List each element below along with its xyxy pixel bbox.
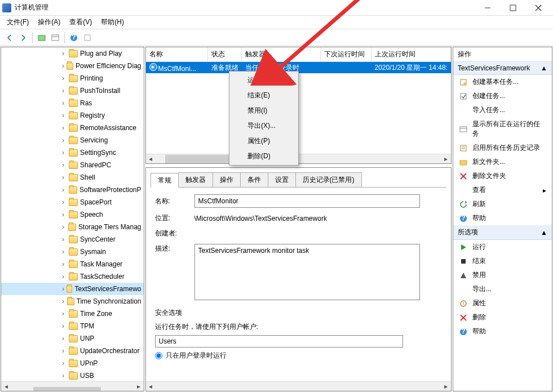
chevron-right-icon: ›: [62, 173, 69, 181]
chevron-right-icon: ›: [62, 297, 67, 305]
tree-item[interactable]: ›Speech: [1, 208, 144, 221]
help-button[interactable]: ?: [68, 32, 80, 44]
tree-item[interactable]: ›Shell: [1, 171, 144, 184]
tree-item[interactable]: ›Ras: [1, 97, 144, 109]
action-item[interactable]: 禁用: [453, 268, 552, 282]
tree-item[interactable]: ›Time Synchronization: [1, 295, 144, 308]
tree-item[interactable]: ›UPnP: [1, 357, 144, 369]
menu-file[interactable]: 文件(F): [3, 16, 32, 28]
action-item[interactable]: 新文件夹...: [453, 155, 552, 169]
tree-item[interactable]: ›Storage Tiers Manag: [1, 221, 144, 233]
col-next-run[interactable]: 下次运行时间: [321, 47, 371, 61]
maximize-button[interactable]: [500, 0, 525, 16]
tree-item[interactable]: ›SpacePort: [1, 196, 144, 208]
tree-item[interactable]: ›UNP: [1, 332, 144, 345]
back-button[interactable]: [3, 32, 16, 44]
tree-item[interactable]: ›UpdateOrchestrator: [1, 345, 144, 357]
col-trigger[interactable]: 触发器: [242, 47, 321, 61]
desc-field[interactable]: TextServicesFramework monitor task: [194, 244, 420, 300]
action-item[interactable]: 启用所有任务历史记录: [453, 141, 552, 155]
tree-item[interactable]: ›Power Efficiency Diag: [1, 60, 144, 72]
tab[interactable]: 触发器: [178, 172, 213, 187]
folder-icon: [69, 199, 78, 206]
tree-list[interactable]: ›Plug and Play›Power Efficiency Diag›Pri…: [1, 47, 144, 381]
tool-icon-3[interactable]: [81, 32, 94, 44]
col-name[interactable]: 名称: [146, 47, 208, 61]
chevron-right-icon: ▸: [543, 186, 546, 194]
action-item[interactable]: 创建任务...: [453, 89, 552, 103]
detail-hscroll[interactable]: ◂ ▸: [146, 381, 451, 391]
action-item[interactable]: 删除: [453, 310, 552, 324]
tree-item[interactable]: ›SoftwareProtectionP: [1, 184, 144, 196]
context-menu-item[interactable]: 导出(X)...: [231, 118, 297, 133]
action-item[interactable]: 刷新: [453, 197, 552, 211]
tree-hscroll[interactable]: ◂ ▸: [1, 381, 144, 391]
tree-item[interactable]: ›PushToInstall: [1, 84, 144, 97]
svg-rect-5: [52, 35, 59, 41]
action-item[interactable]: ?帮助: [453, 211, 552, 225]
menu-help[interactable]: 帮助(H): [98, 16, 127, 28]
tree-item[interactable]: ›Task Manager: [1, 258, 144, 270]
tab[interactable]: 条件: [240, 172, 268, 187]
col-last-run[interactable]: 上次运行时间: [371, 47, 451, 61]
tab[interactable]: 历史记录(已禁用): [295, 172, 362, 187]
actions-section2-title[interactable]: 所选项 ▲: [453, 225, 552, 240]
actions-section1-title[interactable]: TextServicesFramework ▲: [453, 62, 552, 75]
tab[interactable]: 操作: [213, 172, 241, 187]
chevron-right-icon: ›: [62, 223, 68, 231]
tree-panel: ›Plug and Play›Power Efficiency Diag›Pri…: [1, 47, 144, 391]
close-button[interactable]: [525, 0, 551, 16]
name-field[interactable]: MsCtfMonitor: [194, 194, 420, 208]
tree-item-label: Speech: [80, 211, 103, 219]
action-item[interactable]: 结束: [453, 254, 552, 268]
action-item[interactable]: ?帮助: [453, 324, 552, 338]
action-item[interactable]: 导入任务...: [453, 103, 552, 117]
action-item[interactable]: 查看▸: [453, 183, 552, 197]
tree-item[interactable]: ›Time Zone: [1, 308, 144, 320]
tree-item[interactable]: ›USB: [1, 369, 144, 381]
tree-item[interactable]: ›Printing: [1, 72, 144, 84]
radio-logged-in[interactable]: [155, 352, 162, 359]
context-menu-item[interactable]: 结束(E): [231, 88, 297, 103]
folder-icon: [69, 261, 78, 268]
action-item[interactable]: 删除文件夹: [453, 169, 552, 183]
context-menu-item[interactable]: 删除(D): [231, 149, 297, 164]
tree-item[interactable]: ›SharedPC: [1, 159, 144, 171]
tree-item[interactable]: ›TextServicesFramewo: [1, 283, 144, 295]
menu-action[interactable]: 操作(A): [34, 16, 64, 28]
action-item[interactable]: 导出...: [453, 282, 552, 296]
action-item-label: 启用所有任务历史记录: [472, 143, 540, 153]
minimize-button[interactable]: [475, 0, 500, 16]
tree-item[interactable]: ›SyncCenter: [1, 233, 144, 246]
chevron-right-icon: ›: [62, 211, 69, 219]
forward-button[interactable]: [17, 32, 29, 44]
action-item[interactable]: 显示所有正在运行的任务: [453, 117, 552, 141]
tree-item[interactable]: ›TPM: [1, 320, 144, 332]
tool-icon-2[interactable]: [49, 32, 61, 44]
context-menu-item[interactable]: 属性(P): [231, 133, 297, 149]
folder-icon: [68, 224, 76, 231]
action-item[interactable]: 运行: [453, 240, 552, 254]
menu-view[interactable]: 查看(V): [66, 16, 95, 28]
tree-item[interactable]: ›Sysmain: [1, 246, 144, 258]
tree-item[interactable]: ›Registry: [1, 109, 144, 122]
titlebar: 计算机管理: [0, 0, 553, 16]
context-menu-item[interactable]: 禁用(I): [231, 103, 297, 118]
col-status[interactable]: 状态: [208, 47, 242, 61]
tree-item[interactable]: ›TaskScheduler: [1, 270, 144, 283]
tree-item[interactable]: ›Plug and Play: [1, 47, 144, 60]
tree-item[interactable]: ›Servicing: [1, 134, 144, 146]
context-menu-item[interactable]: 运行(R): [231, 73, 297, 88]
action-item[interactable]: 属性: [453, 296, 552, 310]
folder-icon: [69, 360, 78, 367]
tab[interactable]: 设置: [268, 172, 296, 187]
tab[interactable]: 常规: [151, 173, 179, 188]
tree-item-label: TPM: [80, 322, 94, 330]
actions-header: 操作: [453, 47, 552, 62]
action-item-label: 删除文件夹: [472, 171, 506, 181]
tree-item[interactable]: ›RemoteAssistance: [1, 122, 144, 134]
action-item[interactable]: 创建基本任务...: [453, 75, 552, 89]
tree-item[interactable]: ›SettingSync: [1, 146, 144, 159]
actions-section2-label: 所选项: [458, 228, 478, 237]
tool-icon-1[interactable]: [36, 32, 48, 44]
